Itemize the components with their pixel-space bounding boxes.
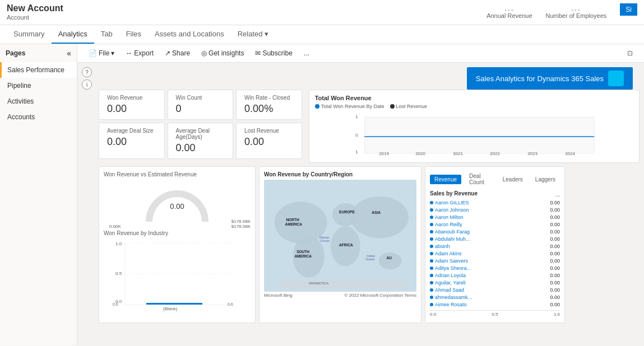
world-map-svg: NORTH AMERICA EUROPE ASIA AFRICA SOUTH A…: [264, 180, 416, 292]
kpi-avg-deal-age-label: Average Deal Age(Days): [176, 128, 225, 140]
annual-revenue-field: ... Annual Revenue: [487, 3, 532, 19]
sales-row-dot: [430, 201, 433, 204]
sales-tab-revenue[interactable]: Revenue: [430, 175, 461, 184]
sales-row-value: 0.00: [550, 214, 560, 220]
sales-row-dot: [430, 216, 433, 219]
annual-revenue-dots: ...: [487, 3, 532, 12]
sales-list-item: Adam Saevers0.00: [430, 257, 560, 264]
kpi-lost-revenue-value: 0.00: [244, 136, 294, 148]
sales-list-item: Aditya Sheora...0.00: [430, 264, 560, 272]
get-insights-button[interactable]: ◎ Get insights: [197, 47, 248, 59]
svg-text:SOUTH: SOUTH: [296, 250, 309, 254]
legend-lost-revenue-label: Lost Revenue: [396, 104, 428, 109]
map-background: NORTH AMERICA EUROPE ASIA AFRICA SOUTH A…: [264, 180, 416, 292]
sales-more-button[interactable]: ...: [555, 191, 560, 198]
tab-analytics[interactable]: Analytics: [52, 25, 94, 44]
legend-lost-revenue-dot: [390, 104, 395, 109]
sales-list-item: Adam Akins0.00: [430, 250, 560, 257]
sales-row-value: 0.00: [550, 280, 560, 286]
sales-row-dot: [430, 281, 433, 284]
sales-row-value: 0.00: [550, 244, 560, 249]
svg-text:Ocean: Ocean: [320, 239, 330, 242]
tab-files[interactable]: Files: [119, 25, 148, 44]
tab-tab[interactable]: Tab: [94, 25, 119, 44]
won-vs-est-title: Won Revenue vs Estimated Revenue: [104, 171, 251, 177]
kpi-avg-deal-age: Average Deal Age(Days) 0.00: [168, 123, 234, 159]
sales-list-item: Aimee Rosato0.00: [430, 301, 560, 308]
sales-row-dot: [430, 303, 433, 306]
subscribe-button[interactable]: ✉ Subscribe: [251, 47, 296, 59]
kpi-lost-revenue-label: Lost Revenue: [244, 128, 294, 134]
map-title: Won Revenue by Country/Region: [264, 171, 416, 177]
signin-button[interactable]: Si: [620, 3, 637, 16]
legend-won-revenue-dot: [315, 104, 319, 109]
sidebar-item-accounts[interactable]: Accounts: [0, 109, 77, 125]
main-layout: Pages « Sales Performance Pipeline Activ…: [0, 44, 644, 345]
kpi-lost-revenue: Lost Revenue 0.00: [236, 123, 302, 159]
sidebar-collapse-button[interactable]: «: [67, 49, 71, 58]
file-icon: 📄: [89, 49, 97, 57]
insights-icon: ◎: [201, 49, 207, 57]
report-area: 📄 File ▾ ↔ Export ↗ Share ◎ Get insights…: [77, 44, 644, 345]
svg-text:2023: 2023: [527, 151, 538, 156]
won-vs-est-panel: Won Revenue vs Estimated Revenue 0.00 0.…: [99, 166, 256, 323]
kpi-win-count-value: 0: [176, 103, 225, 115]
sales-row-dot: [430, 259, 433, 263]
info-icons: ? i: [82, 67, 92, 90]
sales-list: Aaron GILLIES0.00Aaron Johnson0.00Aaron …: [430, 199, 560, 308]
sales-by-revenue-title: Sales by Revenue: [430, 190, 478, 197]
export-icon: ↔: [126, 49, 132, 57]
sales-tab-laggers[interactable]: Laggers: [531, 175, 560, 184]
svg-rect-18: [146, 303, 202, 305]
sales-row-name: Aimee Rosato: [430, 302, 467, 307]
sales-tabs: Revenue Deal Count Leaders Laggers: [430, 171, 560, 187]
sales-row-dot: [430, 237, 433, 241]
svg-text:0.0: 0.0: [228, 302, 233, 306]
sales-header-row: Sales by Revenue ...: [430, 190, 560, 199]
sales-list-item: absinh0.00: [430, 242, 560, 250]
sales-row-name: Aditya Sheora...: [430, 265, 471, 271]
more-button[interactable]: ...: [299, 47, 314, 59]
kpi-avg-deal-size: Average Deal Size 0.00: [99, 123, 165, 159]
map-footer-left: Microsoft Bing: [264, 293, 293, 298]
svg-text:ASIA: ASIA: [372, 211, 381, 214]
sales-tab-leaders[interactable]: Leaders: [498, 175, 527, 184]
sidebar-item-activities[interactable]: Activities: [0, 93, 77, 109]
sales-row-name: Ahmad Saad: [430, 287, 464, 293]
analytics-title-text: Sales Analytics for Dynamics 365 Sales: [476, 74, 604, 83]
svg-text:AU: AU: [387, 256, 392, 260]
tab-related[interactable]: Related ▾: [231, 25, 275, 44]
sidebar-pages-label: Pages: [6, 49, 25, 57]
svg-text:2022: 2022: [490, 151, 500, 156]
kpi-avg-deal-size-value: 0.00: [107, 136, 156, 148]
file-button[interactable]: 📄 File ▾: [84, 47, 119, 59]
sidebar-item-pipeline[interactable]: Pipeline: [0, 78, 77, 93]
sales-row-name: absinh: [430, 244, 450, 249]
report-toolbar: 📄 File ▾ ↔ Export ↗ Share ◎ Get insights…: [77, 44, 644, 63]
won-revenue-chart: 1 0 1 2019 2020 2021 2022 2023 2024: [315, 111, 633, 156]
share-button[interactable]: ↗ Share: [160, 47, 194, 59]
sales-list-item: ahmedassamk...0.00: [430, 293, 560, 301]
sales-row-name: Adam Akins: [430, 251, 462, 256]
sidebar-item-sales-performance[interactable]: Sales Performance: [0, 62, 77, 78]
svg-point-28: [378, 253, 401, 269]
svg-text:(Blank): (Blank): [163, 306, 178, 311]
info-icon-1[interactable]: ?: [82, 67, 92, 77]
export-button[interactable]: ↔ Export: [121, 47, 158, 59]
tab-summary[interactable]: Summary: [7, 25, 52, 44]
kpi-row-1: Won Revenue 0.00 Win Count 0 Win Rate - …: [99, 90, 302, 120]
industry-bar-title: Won Revenue by Industry: [104, 230, 251, 236]
top-header: New Account Account ... Annual Revenue .…: [0, 0, 644, 25]
sales-row-dot: [430, 252, 433, 255]
page-subtitle: Account: [7, 14, 29, 21]
sales-tab-deal-count[interactable]: Deal Count: [465, 171, 492, 187]
tab-assets-and-locations[interactable]: Assets and Locations: [148, 25, 231, 44]
sales-row-value: 0.00: [550, 236, 560, 242]
svg-text:0.5: 0.5: [115, 271, 122, 276]
svg-text:1.0: 1.0: [115, 241, 122, 246]
info-icon-2[interactable]: i: [82, 80, 92, 90]
kpi-avg-deal-size-label: Average Deal Size: [107, 128, 156, 134]
expand-button[interactable]: ⊡: [623, 47, 637, 59]
axis-mid: 0.5: [492, 312, 498, 317]
sales-row-value: 0.00: [550, 294, 560, 300]
